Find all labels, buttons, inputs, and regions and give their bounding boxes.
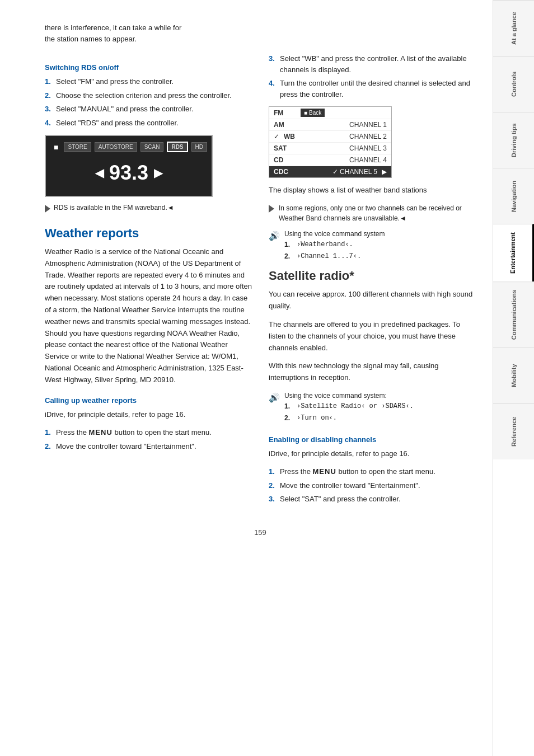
frequency-value: 93.3 [109, 161, 148, 185]
voice-cmd-weather: 🔊 Using the voice command system 1. ›Wea… [269, 229, 476, 264]
calling-steps-list: 1. Press the MENU button to open the sta… [45, 427, 252, 452]
freq-left-arrow: ◀ [95, 166, 104, 180]
wb-steps-list: 3. Select "WB" and press the controller.… [269, 53, 476, 100]
back-label: Back [309, 110, 321, 116]
tab-mobility[interactable]: Mobility [493, 348, 534, 403]
list-item: 4. Select "RDS" and press the controller… [45, 118, 252, 129]
tab-driving-tips[interactable]: Driving tips [493, 112, 534, 168]
satellite-heading: Satellite radio* [269, 269, 476, 283]
intro-text: there is interference, it can take a whi… [45, 22, 476, 44]
channel-row-cdc: CDC ✓ CHANNEL 5 ▶ [269, 166, 391, 177]
tab-entertainment[interactable]: Entertainment [493, 224, 534, 281]
voice-icon-sat: 🔊 [269, 391, 280, 425]
satellite-para3: With this new technology the signal may … [269, 360, 476, 384]
channel-row-wb: ✓ WB CHANNEL 2 [269, 131, 391, 143]
list-item: 1. Select "FM" and press the controller. [45, 76, 252, 87]
weather-body-text: Weather Radio is a service of the Nation… [45, 246, 252, 386]
sidebar-tabs: At a glance Controls Driving tips Naviga… [493, 0, 534, 756]
voice-step: 2. ›Channel 1...7‹. [284, 251, 385, 262]
right-column: 3. Select "WB" and press the controller.… [269, 53, 476, 511]
channel-caption: The display shows a list of weather band… [269, 185, 476, 196]
frequency-display: ◀ 93.3 ▶ [54, 156, 204, 190]
channel-display: FM ■ Back AM CHANNEL 1 ✓ WB CHANNEL 2 [269, 106, 392, 178]
back-icon: ■ [304, 110, 307, 116]
tab-reference[interactable]: Reference [493, 403, 534, 459]
note-triangle-icon [269, 205, 274, 213]
tab-at-a-glance[interactable]: At a glance [493, 0, 534, 56]
enabling-steps-list: 1. Press the MENU button to open the sta… [269, 466, 476, 505]
list-item: 3. Select "WB" and press the controller.… [269, 53, 476, 75]
tab-navigation[interactable]: Navigation [493, 168, 534, 224]
channel-note-text: In some regions, only one or two channel… [279, 203, 476, 223]
voice-steps-sat-list: 1. ›Satellite Radio‹ or ›SDARS‹. 2. ›Tur… [284, 401, 414, 424]
back-arrow-icon: ■ [54, 143, 58, 152]
radio-caption-text: RDS is available in the FM waveband.◄ [54, 204, 174, 212]
radio-caption: RDS is available in the FM waveband.◄ [45, 204, 252, 213]
calling-weather-heading: Calling up weather reports [45, 396, 252, 405]
calling-idrive-text: iDrive, for principle details, refer to … [45, 409, 252, 421]
voice-label-sat: Using the voice command system: [284, 391, 414, 401]
enabling-heading: Enabling or disabling channels [269, 435, 476, 444]
voice-label: Using the voice command system [284, 229, 385, 240]
voice-icon: 🔊 [269, 229, 280, 264]
page-number: 159 [45, 528, 476, 537]
switching-rds-heading: Switching RDS on/off [45, 63, 252, 72]
switching-rds-list: 1. Select "FM" and press the controller.… [45, 76, 252, 128]
list-item: 2. Move the controller toward "Entertain… [45, 441, 252, 452]
channel-note-box: In some regions, only one or two channel… [269, 203, 476, 223]
wb-checkmark: ✓ [274, 133, 279, 140]
back-button: ■ Back [301, 109, 325, 117]
scan-btn: SCAN [140, 142, 164, 152]
store-btn: STORE [64, 142, 91, 152]
voice-step: 1. ›Weatherband‹. [284, 240, 385, 250]
rds-btn: RDS [167, 142, 188, 152]
channel-row-am: AM CHANNEL 1 [269, 119, 391, 131]
autostore-btn: AUTOSTORE [95, 142, 137, 152]
intro-line2: the station names to appear. [45, 35, 137, 43]
list-item: 3. Select "MANUAL" and press the control… [45, 104, 252, 115]
list-item: 3. Select "SAT" and press the controller… [269, 494, 476, 505]
radio-buttons-row: ■ STORE AUTOSTORE SCAN RDS HD [54, 142, 204, 152]
weather-reports-heading: Weather reports [45, 226, 252, 241]
triangle-icon [45, 205, 50, 213]
channel-row-sat: SAT CHANNEL 3 [269, 143, 391, 154]
tab-controls[interactable]: Controls [493, 56, 534, 112]
enabling-idrive-text: iDrive, for principle details, refer to … [269, 448, 476, 460]
menu-bold-sat: MENU [313, 467, 336, 476]
voice-step: 1. ›Satellite Radio‹ or ›SDARS‹. [284, 401, 414, 412]
voice-step: 2. ›Turn on‹. [284, 413, 414, 424]
satellite-para2: The channels are offered to you in prede… [269, 319, 476, 354]
radio-display: ■ STORE AUTOSTORE SCAN RDS HD ◀ 93.3 ▶ [45, 135, 213, 197]
left-column: Switching RDS on/off 1. Select "FM" and … [45, 53, 252, 511]
channel-row-fm: FM ■ Back [269, 107, 391, 119]
main-content: there is interference, it can take a whi… [0, 0, 493, 756]
freq-right-arrow: ▶ [154, 166, 162, 180]
satellite-para1: You can receive approx. 100 different ch… [269, 289, 476, 312]
voice-steps-list: 1. ›Weatherband‹. 2. ›Channel 1...7‹. [284, 240, 385, 262]
list-item: 2. Choose the selection criterion and pr… [45, 90, 252, 101]
channel-row-cd: CD CHANNEL 4 [269, 154, 391, 166]
list-item: 4. Turn the controller until the desired… [269, 78, 476, 100]
cdc-arrow: ▶ [382, 168, 387, 176]
list-item: 1. Press the MENU button to open the sta… [269, 466, 476, 477]
hd-btn: HD [191, 142, 207, 152]
menu-bold: MENU [89, 428, 113, 436]
intro-line1: there is interference, it can take a whi… [45, 24, 181, 32]
list-item: 2. Move the controller toward "Entertain… [269, 480, 476, 491]
voice-cmd-satellite: 🔊 Using the voice command system: 1. ›Sa… [269, 391, 476, 425]
tab-communications[interactable]: Communications [493, 281, 534, 348]
list-item: 1. Press the MENU button to open the sta… [45, 427, 252, 438]
